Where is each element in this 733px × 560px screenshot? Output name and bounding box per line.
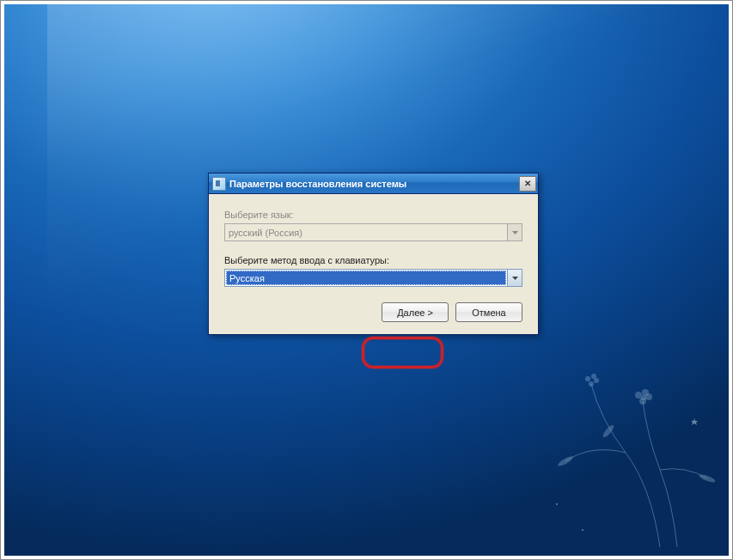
svg-point-6: [594, 378, 599, 383]
svg-point-8: [585, 376, 590, 381]
svg-point-14: [582, 529, 583, 531]
wallpaper-decoration: [505, 332, 720, 547]
chevron-down-icon[interactable]: [507, 270, 522, 286]
svg-point-11: [602, 423, 615, 439]
cancel-button[interactable]: Отмена: [455, 302, 522, 322]
svg-point-3: [635, 392, 642, 399]
dialog-title: Параметры восстановления системы: [229, 179, 519, 189]
svg-point-10: [699, 473, 717, 484]
dialog-body: Выберите язык: русский (Россия) Выберите…: [209, 194, 538, 334]
svg-point-7: [591, 374, 596, 379]
svg-point-13: [556, 503, 558, 505]
svg-point-9: [557, 454, 574, 467]
recovery-options-dialog: Параметры восстановления системы ✕ Выбер…: [208, 173, 539, 335]
desktop-background: Параметры восстановления системы ✕ Выбер…: [4, 4, 729, 556]
next-button[interactable]: Далее >: [382, 302, 449, 322]
svg-point-0: [639, 398, 646, 405]
dialog-titlebar[interactable]: Параметры восстановления системы ✕: [209, 173, 538, 194]
language-field-group: Выберите язык: русский (Россия): [224, 210, 522, 241]
close-icon: ✕: [524, 179, 531, 188]
annotation-highlight: [362, 337, 443, 368]
svg-point-4: [641, 395, 646, 400]
language-label: Выберите язык:: [224, 210, 522, 220]
chevron-down-icon: [507, 224, 522, 240]
svg-marker-12: [691, 418, 698, 425]
keyboard-select-value: Русская: [226, 271, 506, 285]
dialog-icon: [212, 177, 226, 191]
keyboard-field-group: Выберите метод ввода с клавиатуры: Русск…: [224, 255, 522, 287]
screenshot-frame: Параметры восстановления системы ✕ Выбер…: [0, 0, 733, 560]
keyboard-label: Выберите метод ввода с клавиатуры:: [224, 255, 522, 265]
keyboard-select[interactable]: Русская: [224, 269, 522, 287]
language-select-value: русский (Россия): [225, 224, 507, 240]
svg-point-2: [642, 389, 649, 396]
svg-point-5: [589, 381, 594, 387]
language-select: русский (Россия): [224, 223, 522, 241]
dialog-button-row: Далее > Отмена: [224, 302, 522, 322]
close-button[interactable]: ✕: [519, 176, 536, 192]
svg-point-1: [645, 393, 652, 400]
